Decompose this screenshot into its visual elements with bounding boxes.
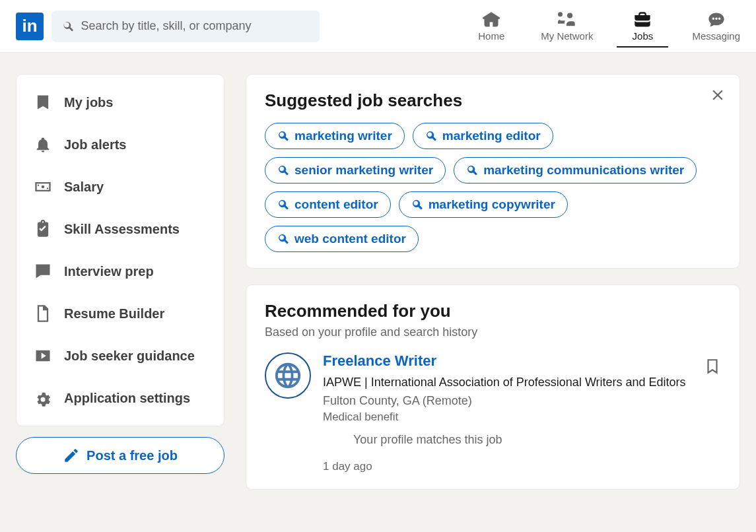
sidebar-item-label: Salary	[64, 180, 104, 195]
sidebar-item-label: Skill Assessments	[64, 222, 180, 237]
sidebar-item-skill-assessments[interactable]: Skill Assessments	[17, 208, 224, 250]
sidebar-item-job-alerts[interactable]: Job alerts	[17, 123, 224, 166]
gear-icon	[34, 389, 52, 407]
bell-icon	[34, 135, 52, 154]
post-job-button[interactable]: Post a free job	[16, 437, 224, 474]
nav-jobs[interactable]: Jobs	[619, 0, 666, 53]
sidebar-item-interview-prep[interactable]: Interview prep	[17, 250, 224, 292]
sidebar-item-label: Resume Builder	[64, 306, 164, 321]
pill-label: marketing copywriter	[429, 197, 555, 212]
suggested-pills: marketing writermarketing editorsenior m…	[265, 123, 721, 252]
network-icon	[557, 11, 577, 29]
pill-label: marketing editor	[442, 129, 541, 143]
search-pill[interactable]: content editor	[265, 191, 391, 218]
search-bar[interactable]	[52, 11, 320, 42]
money-icon	[34, 178, 52, 196]
search-pill[interactable]: marketing writer	[265, 123, 405, 149]
search-icon	[277, 199, 289, 211]
sidebar-item-label: Job alerts	[64, 137, 126, 152]
close-button[interactable]	[709, 86, 726, 106]
recommended-subtitle: Based on your profile and search history	[265, 325, 721, 339]
pill-label: web content editor	[294, 232, 406, 246]
pill-label: content editor	[294, 197, 378, 212]
main-content: Suggested job searches marketing writerm…	[246, 74, 740, 506]
search-icon	[425, 130, 437, 142]
search-pill[interactable]: web content editor	[265, 226, 419, 252]
main-container: My jobs Job alerts Salary Skill Assessme…	[0, 53, 756, 527]
company-logo	[265, 352, 311, 399]
sidebar-item-label: Interview prep	[64, 264, 154, 279]
document-icon	[34, 304, 52, 323]
sidebar-item-label: Application settings	[64, 391, 190, 406]
sidebar-item-resume-builder[interactable]: Resume Builder	[17, 292, 224, 335]
search-icon	[62, 20, 74, 33]
sidebar-item-salary[interactable]: Salary	[17, 166, 224, 208]
briefcase-icon	[633, 11, 652, 29]
search-pill[interactable]: marketing editor	[413, 123, 553, 149]
nav-network[interactable]: My Network	[541, 0, 593, 53]
job-info: Freelance Writer IAPWE | International A…	[323, 352, 721, 473]
global-header: in Home My Network Jobs Messaging	[0, 0, 756, 53]
nav-label: Messaging	[692, 30, 740, 42]
bookmark-outline-icon	[704, 356, 721, 376]
pill-label: senior marketing writer	[294, 163, 433, 178]
globe-icon	[273, 360, 303, 391]
job-age: 1 day ago	[323, 460, 721, 473]
nav-label: Home	[478, 30, 504, 42]
edit-icon	[63, 447, 80, 464]
pill-label: marketing communications writer	[483, 163, 684, 178]
sidebar-item-job-seeker-guidance[interactable]: Job seeker guidance	[17, 335, 224, 377]
suggested-title: Suggested job searches	[265, 90, 721, 111]
messaging-icon	[706, 11, 726, 29]
job-match: Your profile matches this job	[353, 433, 721, 447]
recommended-card: Recommended for you Based on your profil…	[246, 284, 740, 490]
search-pill[interactable]: marketing communications writer	[454, 157, 697, 183]
job-listing[interactable]: Freelance Writer IAPWE | International A…	[265, 352, 721, 473]
close-icon	[709, 86, 726, 104]
nav-label: My Network	[541, 30, 593, 42]
search-icon	[466, 164, 478, 176]
job-title[interactable]: Freelance Writer	[323, 352, 721, 370]
sidebar-card: My jobs Job alerts Salary Skill Assessme…	[16, 74, 224, 426]
nav-items: Home My Network Jobs Messaging	[468, 0, 740, 53]
search-pill[interactable]: marketing copywriter	[399, 191, 568, 218]
nav-label: Jobs	[633, 30, 654, 42]
bookmark-icon	[34, 93, 52, 112]
search-icon	[277, 130, 289, 142]
search-icon	[411, 199, 423, 211]
sidebar-item-label: Job seeker guidance	[64, 349, 195, 364]
nav-home[interactable]: Home	[468, 0, 514, 53]
nav-messaging[interactable]: Messaging	[692, 0, 740, 53]
job-location: Fulton County, GA (Remote)	[323, 394, 721, 408]
sidebar-item-application-settings[interactable]: Application settings	[17, 377, 224, 419]
clipboard-icon	[34, 220, 52, 238]
sidebar-item-label: My jobs	[64, 95, 113, 110]
recommended-title: Recommended for you	[265, 301, 721, 321]
sidebar-item-my-jobs[interactable]: My jobs	[17, 81, 224, 123]
bookmark-button[interactable]	[704, 356, 721, 379]
linkedin-logo[interactable]: in	[16, 13, 44, 40]
pill-label: marketing writer	[294, 129, 392, 143]
search-input[interactable]	[81, 19, 309, 33]
job-benefit: Medical benefit	[323, 411, 721, 424]
search-pill[interactable]: senior marketing writer	[265, 157, 446, 183]
search-icon	[277, 164, 289, 176]
notes-icon	[34, 262, 52, 281]
suggested-searches-card: Suggested job searches marketing writerm…	[246, 74, 740, 269]
post-job-label: Post a free job	[86, 448, 178, 463]
home-icon	[481, 11, 501, 29]
job-company: IAPWE | International Association of Pro…	[323, 374, 721, 391]
play-icon	[34, 347, 52, 365]
search-icon	[277, 233, 289, 245]
sidebar: My jobs Job alerts Salary Skill Assessme…	[16, 74, 224, 506]
